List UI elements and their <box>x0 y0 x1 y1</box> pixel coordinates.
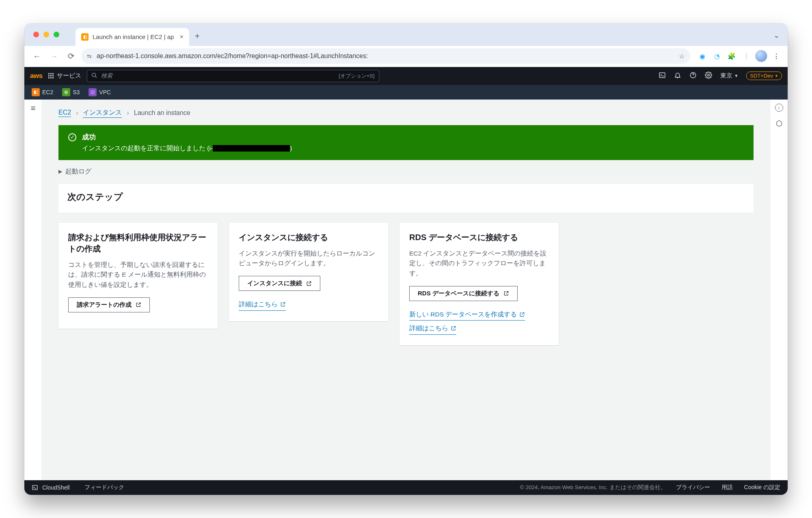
triangle-right-icon: ▶ <box>58 169 62 174</box>
create-new-rds-link[interactable]: 新しい RDS データベースを作成する <box>409 308 525 321</box>
services-label: サービス <box>57 72 81 80</box>
fav-label: EC2 <box>42 89 53 95</box>
console-footer: CloudShell フィードバック © 2024, Amazon Web Se… <box>24 480 788 495</box>
external-link-icon <box>306 281 312 286</box>
region-selector[interactable]: 東京 ▼ <box>720 72 738 80</box>
ec2-icon: ◧ <box>32 88 40 96</box>
cloudshell-icon[interactable] <box>659 72 666 80</box>
breadcrumb-instances[interactable]: インスタンス <box>83 108 122 118</box>
learn-more-rds-link[interactable]: 詳細はこちら <box>409 322 456 334</box>
check-circle-icon <box>68 133 76 141</box>
notifications-bell-icon[interactable] <box>674 72 681 80</box>
nav-back-icon[interactable]: ← <box>30 49 44 63</box>
instance-id-redacted <box>213 145 290 152</box>
vpc-icon: ◫ <box>89 88 97 96</box>
terms-link[interactable]: 用語 <box>721 484 733 491</box>
aws-logo-icon[interactable]: aws <box>30 72 43 80</box>
browser-menu-icon[interactable]: ⋮ <box>771 50 782 62</box>
help-icon[interactable] <box>689 72 697 80</box>
info-icon[interactable]: i <box>775 104 783 112</box>
profile-avatar[interactable] <box>755 50 767 62</box>
chevron-right-icon: › <box>76 109 78 117</box>
connect-to-instance-button[interactable]: インスタンスに接続 <box>239 276 320 291</box>
hex-icon[interactable] <box>775 120 783 127</box>
external-link-icon <box>136 302 141 308</box>
nav-reload-icon[interactable]: ⟳ <box>64 49 78 63</box>
chevron-right-icon: › <box>127 109 129 117</box>
hamburger-menu-icon[interactable]: ≡ <box>31 104 36 480</box>
learn-more-link[interactable]: 詳細はこちら <box>239 298 286 310</box>
side-nav-collapsed: ≡ <box>24 100 42 480</box>
card-desc: EC2 インスタンスとデータベース間の接続を設定し、その間のトラフィックフローを… <box>409 249 549 279</box>
copyright-text: © 2024, Amazon Web Services, Inc. またはその関… <box>520 484 666 491</box>
breadcrumb: EC2 › インスタンス › Launch an instance <box>58 108 754 118</box>
window-zoom-icon[interactable] <box>54 32 59 37</box>
region-label: 東京 <box>720 72 732 80</box>
service-favorites-bar: ◧EC2 ◍S3 ◫VPC <box>24 85 788 100</box>
launch-log-label: 起動ログ <box>65 167 91 176</box>
connect-rds-button[interactable]: RDS データベースに接続する <box>409 286 518 301</box>
right-help-rail: i <box>770 100 788 480</box>
account-selector[interactable]: SDT+Dev ▼ <box>746 72 782 80</box>
card-title: RDS データベースに接続する <box>409 232 549 243</box>
breadcrumb-current: Launch an instance <box>134 109 190 117</box>
extensions-puzzle-icon[interactable]: 🧩 <box>726 50 737 62</box>
url-text: ap-northeast-1.console.aws.amazon.com/ec… <box>97 52 368 60</box>
svg-point-3 <box>708 74 710 76</box>
breadcrumb-root[interactable]: EC2 <box>58 109 71 117</box>
extension-icon[interactable]: ◔ <box>711 50 723 62</box>
favorite-s3[interactable]: ◍S3 <box>59 87 83 98</box>
s3-icon: ◍ <box>62 88 70 96</box>
cookie-settings-link[interactable]: Cookie の設定 <box>744 484 780 491</box>
external-link-icon <box>451 325 456 331</box>
create-billing-alert-button[interactable]: 請求アラートの作成 <box>68 297 150 312</box>
browser-tab[interactable]: ◧ Launch an instance | EC2 | ap × <box>76 28 189 46</box>
new-tab-button[interactable]: + <box>195 32 200 41</box>
global-search-input[interactable]: 検索 [オプション+S] <box>87 70 379 82</box>
search-shortcut: [オプション+S] <box>339 72 375 80</box>
search-placeholder: 検索 <box>101 72 112 80</box>
nav-forward-icon[interactable]: → <box>47 49 61 63</box>
card-billing-alert: 請求および無料利用枠使用状況アラートの作成 コストを管理し、予期しない請求を回避… <box>58 223 218 329</box>
chevron-down-icon: ▼ <box>734 74 738 78</box>
browser-window: ◧ Launch an instance | EC2 | ap × + ⌄ ← … <box>24 24 788 495</box>
services-menu-button[interactable]: サービス <box>48 72 81 80</box>
card-title: 請求および無料利用枠使用状況アラートの作成 <box>68 232 208 254</box>
browser-tab-strip: ◧ Launch an instance | EC2 | ap × + ⌄ <box>24 24 788 46</box>
url-bar[interactable]: ⇆ ap-northeast-1.console.aws.amazon.com/… <box>81 48 690 64</box>
cloudshell-icon[interactable] <box>32 484 38 491</box>
tab-title: Launch an instance | EC2 | ap <box>93 33 174 40</box>
chevron-down-icon: ▼ <box>775 74 778 78</box>
feedback-link[interactable]: フィードバック <box>84 484 124 491</box>
external-link-icon <box>519 312 525 317</box>
bookmark-star-icon[interactable]: ☆ <box>679 52 685 60</box>
favorite-ec2[interactable]: ◧EC2 <box>28 87 56 98</box>
privacy-link[interactable]: プライバシー <box>676 484 710 491</box>
svg-rect-1 <box>660 73 665 78</box>
search-icon <box>91 72 97 79</box>
browser-toolbar: ← → ⟳ ⇆ ap-northeast-1.console.aws.amazo… <box>24 46 788 67</box>
services-grid-icon <box>48 73 54 78</box>
extension-icon[interactable]: ◉ <box>697 50 708 62</box>
tab-close-icon[interactable]: × <box>180 33 184 41</box>
site-settings-icon[interactable]: ⇆ <box>87 53 92 59</box>
window-minimize-icon[interactable] <box>43 32 49 37</box>
traffic-lights <box>33 32 59 37</box>
card-desc: インスタンスが実行を開始したらローカルコンピュータからログインします。 <box>239 249 378 269</box>
cloudshell-link[interactable]: CloudShell <box>42 484 70 491</box>
launch-log-toggle[interactable]: ▶ 起動ログ <box>58 160 754 183</box>
card-connect-instance: インスタンスに接続する インスタンスが実行を開始したらローカルコンピュータからロ… <box>229 223 388 321</box>
aws-global-header: aws サービス 検索 [オプション+S] <box>24 67 788 85</box>
window-close-icon[interactable] <box>33 32 39 37</box>
chevron-down-icon[interactable]: ⌄ <box>773 31 780 40</box>
fav-label: VPC <box>99 89 111 95</box>
card-connect-rds: RDS データベースに接続する EC2 インスタンスとデータベース間の接続を設定… <box>400 223 559 345</box>
next-steps-title: 次のステップ <box>67 191 745 203</box>
favorite-vpc[interactable]: ◫VPC <box>85 87 114 98</box>
svg-rect-4 <box>32 485 37 490</box>
favicon-icon: ◧ <box>81 33 89 41</box>
main-content: EC2 › インスタンス › Launch an instance 成功 インス… <box>42 100 770 480</box>
account-label: SDT+Dev <box>750 73 773 79</box>
alert-message: インスタンスの起動を正常に開始しました (i-) <box>82 144 292 153</box>
settings-gear-icon[interactable] <box>705 72 712 80</box>
